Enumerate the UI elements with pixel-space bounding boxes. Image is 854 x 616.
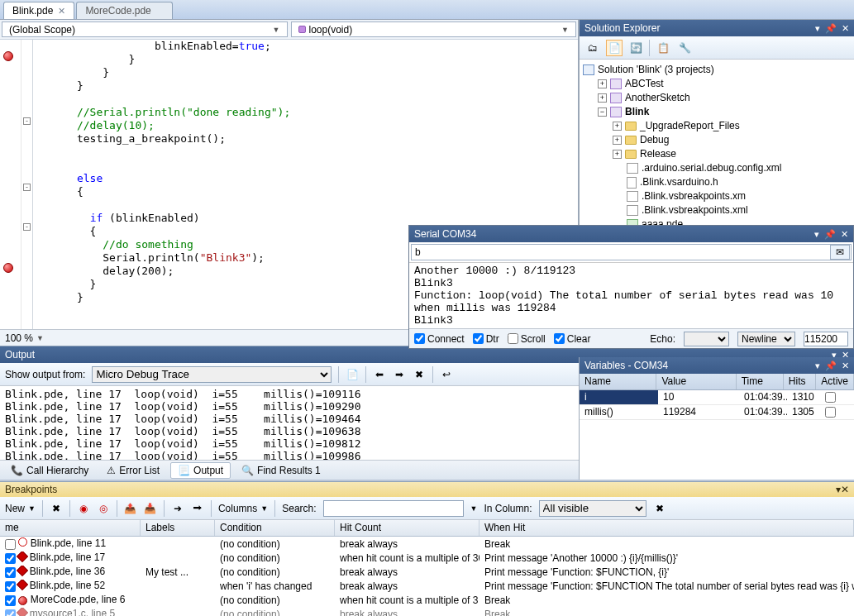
prev-icon[interactable]: ⬅ xyxy=(373,368,386,381)
search-input[interactable] xyxy=(323,500,464,517)
serial-output[interactable]: Another 10000 :) 8/119123 Blink3 Functio… xyxy=(409,262,853,328)
breakpoint-row[interactable]: Blink.pde, line 36 My test ... (no condi… xyxy=(0,565,854,579)
solution-tree[interactable]: Solution 'Blink' (3 projects) +ABCTest +… xyxy=(580,60,854,251)
editor-tab-bar: Blink.pde ✕ MoreCode.pde ✕ xyxy=(0,0,854,20)
dropdown-icon[interactable]: ▾ xyxy=(815,361,820,371)
search-label: Search: xyxy=(282,503,316,514)
delete-icon[interactable]: ✖ xyxy=(50,502,63,515)
active-checkbox[interactable] xyxy=(825,407,836,418)
enable-all-icon[interactable]: ◉ xyxy=(77,502,90,515)
xml-file-icon xyxy=(627,163,638,174)
new-dropdown[interactable]: New▼ xyxy=(5,503,36,514)
serial-panel: Serial COM34 ▾📌✕ ✉ Another 10000 :) 8/11… xyxy=(408,225,854,349)
breakpoint-row[interactable]: mysource1.c, line 5 (no condition) break… xyxy=(0,607,854,616)
clear-icon[interactable]: ✖ xyxy=(413,368,426,381)
export-icon[interactable]: 📤 xyxy=(124,502,137,515)
show-all-icon[interactable]: 📄 xyxy=(606,40,623,56)
breakpoints-title: Breakpoints ▾✕ xyxy=(0,482,854,497)
chevron-down-icon[interactable]: ▼ xyxy=(36,334,44,342)
tracepoint-icon xyxy=(17,566,28,576)
send-icon[interactable]: ✉ xyxy=(830,245,850,260)
clear-search-icon[interactable]: ✖ xyxy=(653,502,666,515)
expand-icon[interactable]: + xyxy=(613,150,622,159)
dropdown-icon[interactable]: ▾ xyxy=(815,23,820,34)
breakpoints-rows[interactable]: Blink.pde, line 11 (no condition) break … xyxy=(0,537,854,616)
tab-find-results[interactable]: 🔍Find Results 1 xyxy=(234,462,328,479)
connect-checkbox[interactable]: Connect xyxy=(414,333,465,345)
baud-input[interactable] xyxy=(804,332,848,346)
collapse-icon[interactable]: - xyxy=(23,223,31,231)
tab-error-list[interactable]: ⚠Error List xyxy=(99,462,167,479)
clear-checkbox[interactable]: Clear xyxy=(554,333,591,345)
tab-morecode[interactable]: MoreCode.pde ✕ xyxy=(76,2,172,19)
tab-call-hierarchy[interactable]: 📞Call Hierarchy xyxy=(3,462,96,479)
collapse-icon[interactable]: - xyxy=(23,117,31,125)
project-icon xyxy=(610,93,622,103)
variables-header: Name Value Time Hits Active xyxy=(580,374,854,390)
variable-row[interactable]: i 10 01:04:39... 1310 xyxy=(580,390,854,405)
tracepoint-icon xyxy=(17,608,28,616)
breakpoint-icon[interactable] xyxy=(3,51,13,61)
breakpoints-toolbar: New▼ ✖ ◉ ◎ 📤 📥 ➜ ⮕ Columns▼ Search: ▼ In… xyxy=(0,497,854,520)
variable-row[interactable]: millis() 119284 01:04:39... 1305 xyxy=(580,405,854,420)
import-icon[interactable]: 📥 xyxy=(144,502,157,515)
goto-disasm-icon[interactable]: ⮕ xyxy=(191,502,204,515)
expand-icon[interactable]: + xyxy=(613,136,622,145)
collapse-icon[interactable]: − xyxy=(598,107,607,117)
breakpoint-row[interactable]: MoreCode.pde, line 6 (no condition) when… xyxy=(0,593,854,607)
breakpoint-row[interactable]: Blink.pde, line 11 (no condition) break … xyxy=(0,537,854,551)
serial-input[interactable] xyxy=(412,246,829,258)
incolumn-select[interactable]: All visible xyxy=(539,500,646,517)
goto-code-icon[interactable]: ➜ xyxy=(171,502,184,515)
collapse-icon[interactable]: - xyxy=(23,184,31,191)
close-icon[interactable]: ✕ xyxy=(842,361,849,371)
echo-select[interactable] xyxy=(684,332,729,346)
scope-function[interactable]: loop(void) ▼ xyxy=(291,21,577,37)
close-icon[interactable]: ✕ xyxy=(58,6,65,17)
refresh-icon[interactable]: 🔄 xyxy=(627,40,644,56)
expand-icon[interactable]: + xyxy=(598,79,607,88)
pin-icon[interactable]: 📌 xyxy=(825,23,837,34)
dropdown-icon[interactable]: ▾ xyxy=(814,229,819,240)
variables-body[interactable]: i 10 01:04:39... 1310 millis() 119284 01… xyxy=(580,390,854,480)
gutter[interactable] xyxy=(0,40,21,329)
output-source-select[interactable]: Micro Debug Trace xyxy=(92,366,332,383)
scroll-checkbox[interactable]: Scroll xyxy=(508,333,546,345)
expand-icon[interactable]: + xyxy=(598,93,607,103)
pin-icon[interactable]: 📌 xyxy=(824,229,836,240)
echo-label: Echo: xyxy=(650,333,675,345)
serial-footer: Connect Dtr Scroll Clear Echo: Newline xyxy=(409,328,853,348)
close-icon[interactable]: ✕ xyxy=(842,23,849,34)
breakpoint-row[interactable]: Blink.pde, line 17 (no condition) when h… xyxy=(0,551,854,565)
disable-all-icon[interactable]: ◎ xyxy=(97,502,110,515)
dtr-checkbox[interactable]: Dtr xyxy=(473,333,499,345)
lineend-select[interactable]: Newline xyxy=(737,332,795,346)
pin-icon[interactable]: 📌 xyxy=(825,361,837,371)
tab-label: MoreCode.pde xyxy=(85,5,150,17)
view-code-icon[interactable]: 📋 xyxy=(655,40,671,56)
zoom-value[interactable]: 100 % xyxy=(5,332,33,344)
tab-output[interactable]: 📃Output xyxy=(170,462,231,479)
active-checkbox[interactable] xyxy=(825,392,836,403)
close-icon[interactable]: ✕ xyxy=(841,484,849,495)
serial-title: Serial COM34 ▾📌✕ xyxy=(409,226,853,242)
chevron-down-icon: ▼ xyxy=(561,26,569,34)
properties-icon[interactable]: 🔧 xyxy=(676,40,693,56)
scope-global[interactable]: (Global Scope)▼ xyxy=(2,21,288,37)
breakpoint-icon[interactable] xyxy=(3,263,13,273)
code-text[interactable]: blinkEnabled=true; } } } //Serial.printl… xyxy=(33,40,290,329)
expand-icon[interactable]: + xyxy=(613,122,622,131)
columns-dropdown[interactable]: Columns▼ xyxy=(218,503,268,514)
home-icon[interactable]: 🗂 xyxy=(584,40,601,56)
folder-icon xyxy=(625,122,637,131)
wrap-icon[interactable]: ↩ xyxy=(440,368,453,381)
next-icon[interactable]: ➡ xyxy=(393,368,406,381)
outline-column[interactable]: - - - xyxy=(21,40,33,329)
breakpoints-header: me Labels Condition Hit Count When Hit xyxy=(0,520,854,537)
close-icon[interactable]: ✕ xyxy=(841,229,848,240)
goto-icon[interactable]: 📄 xyxy=(346,368,359,381)
tab-blink[interactable]: Blink.pde ✕ xyxy=(3,2,74,19)
h-file-icon xyxy=(627,177,637,189)
call-icon: 📞 xyxy=(11,465,23,476)
breakpoint-row[interactable]: Blink.pde, line 52 when 'i' has changed … xyxy=(0,579,854,593)
